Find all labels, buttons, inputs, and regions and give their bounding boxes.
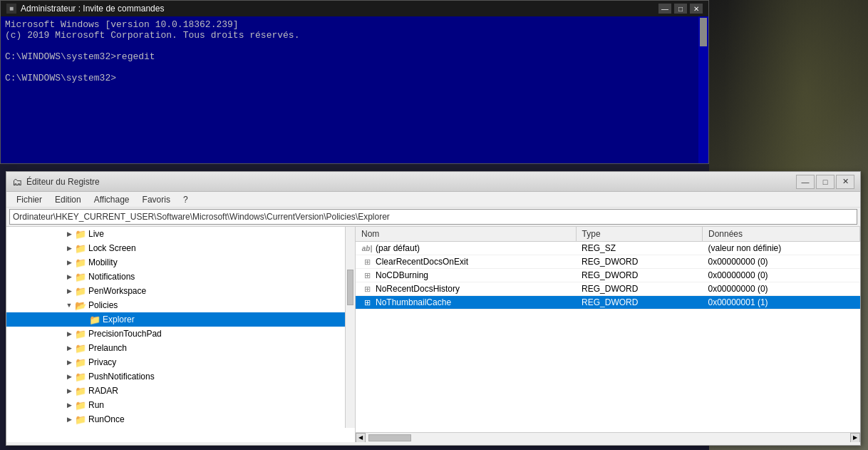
expand-icon: ▶: [63, 371, 75, 382]
tree-item-precisiontouchpad[interactable]: ▶ 📁 PrecisionTouchPad: [6, 327, 355, 341]
tree-item-pushnotifications[interactable]: ▶ 📁 PushNotifications: [6, 369, 355, 384]
details-horizontal-scrollbar[interactable]: ◀ ▶: [356, 432, 860, 442]
value-icon: ⊞: [361, 284, 373, 294]
tree-label: Explorer: [103, 315, 135, 324]
tree-item-radar[interactable]: ▶ 📁 RADAR: [6, 384, 355, 398]
registry-titlebar: 🗂 Éditeur du Registre — □ ✕: [6, 172, 860, 192]
tree-item-notifications[interactable]: ▶ 📁 Notifications: [6, 270, 355, 284]
name-cell: ⊞ NoRecentDocsHistory: [361, 284, 570, 294]
tree-scrollbar[interactable]: [345, 227, 355, 428]
registry-maximize-button[interactable]: □: [816, 175, 835, 189]
tree-label: Mobility: [88, 257, 118, 267]
cmd-scrollbar[interactable]: [698, 16, 708, 163]
scroll-right-arrow[interactable]: ▶: [850, 433, 860, 443]
expand-icon: ▶: [63, 414, 75, 425]
folder-icon: 📁: [75, 257, 86, 267]
tree-scrollbar-thumb[interactable]: [347, 270, 353, 305]
value-data: 0x00000001 (1): [703, 296, 860, 310]
cmd-controls: — □ ✕: [658, 4, 703, 14]
tree-item-screensavers[interactable]: ▶ 📁 Screensavers: [6, 426, 355, 428]
cmd-minimize-button[interactable]: —: [658, 4, 671, 14]
expand-icon: ▶: [63, 242, 75, 254]
registry-title: Éditeur du Registre: [26, 177, 100, 187]
folder-open-icon: 📂: [75, 300, 86, 310]
col-header-nom[interactable]: Nom: [356, 227, 576, 242]
value-icon: ⊞: [361, 270, 373, 280]
cmd-window: ■ Administrateur : Invite de commandes —…: [0, 0, 709, 164]
scroll-thumb[interactable]: [368, 434, 411, 441]
expand-icon: ▶: [63, 285, 75, 297]
tree-item-privacy[interactable]: ▶ 📁 Privacy: [6, 355, 355, 369]
registry-menubar: Fichier Edition Affichage Favoris ?: [6, 192, 860, 208]
menu-fichier[interactable]: Fichier: [11, 193, 48, 206]
scroll-left-arrow[interactable]: ◀: [356, 433, 366, 443]
name-cell: ⊞ ClearRecentDocsOnExit: [361, 257, 570, 267]
expand-icon: ▶: [63, 342, 75, 354]
cmd-line-1: Microsoft Windows [version 10.0.18362.23…: [5, 19, 696, 30]
tree-item-lockscreen[interactable]: ▶ 📁 Lock Screen: [6, 241, 355, 255]
value-data: 0x00000000 (0): [703, 269, 860, 282]
tree-item-runonce[interactable]: ▶ 📁 RunOnce: [6, 412, 355, 426]
registry-address-text: Ordinateur\HKEY_CURRENT_USER\Software\Mi…: [13, 212, 390, 222]
value-name: (par défaut): [376, 243, 420, 253]
name-cell: ⊞ NoThumbnailCache: [361, 297, 570, 307]
cmd-line-4: C:\WINDOWS\system32>regedit: [5, 51, 696, 62]
cmd-line-6: C:\WINDOWS\system32>: [5, 73, 696, 83]
tree-item-run[interactable]: ▶ 📁 Run: [6, 398, 355, 412]
registry-address-bar[interactable]: Ordinateur\HKEY_CURRENT_USER\Software\Mi…: [9, 209, 857, 225]
expand-icon: ▼: [63, 300, 75, 311]
tree-label: PushNotifications: [88, 372, 155, 382]
tree-label: RADAR: [88, 386, 118, 396]
value-name: NoThumbnailCache: [376, 297, 451, 307]
cmd-body: Microsoft Windows [version 10.0.18362.23…: [1, 16, 708, 163]
registry-minimize-button[interactable]: —: [796, 175, 815, 189]
cmd-titlebar: ■ Administrateur : Invite de commandes —…: [1, 1, 708, 16]
tree-item-prelaunch[interactable]: ▶ 📁 Prelaunch: [6, 341, 355, 355]
tree-item-policies[interactable]: ▼ 📂 Policies: [6, 298, 355, 312]
tree-label: PenWorkspace: [88, 286, 146, 296]
menu-edition[interactable]: Edition: [49, 193, 87, 206]
registry-editor-window: 🗂 Éditeur du Registre — □ ✕ Fichier Edit…: [6, 171, 861, 446]
table-row[interactable]: ⊞ NoRecentDocsHistory REG_DWORD 0x000000…: [356, 282, 860, 296]
table-row[interactable]: ab| (par défaut) REG_SZ (valeur non défi…: [356, 242, 860, 255]
cmd-close-button[interactable]: ✕: [690, 4, 703, 14]
value-type: REG_DWORD: [576, 296, 702, 310]
folder-icon: 📁: [75, 286, 86, 296]
col-header-donnees[interactable]: Données: [703, 227, 860, 242]
table-row-selected[interactable]: ⊞ NoThumbnailCache REG_DWORD 0x00000001 …: [356, 296, 860, 310]
value-type: REG_DWORD: [576, 255, 702, 269]
tree-item-live[interactable]: ▶ 📁 Live: [6, 227, 355, 241]
expand-icon: ▶: [63, 357, 75, 368]
cmd-maximize-button[interactable]: □: [674, 4, 687, 14]
col-header-type[interactable]: Type: [576, 227, 702, 242]
table-row[interactable]: ⊞ ClearRecentDocsOnExit REG_DWORD 0x0000…: [356, 255, 860, 269]
name-cell: ⊞ NoCDBurning: [361, 270, 570, 280]
tree-label: Privacy: [88, 357, 116, 367]
cmd-title: Administrateur : Invite de commandes: [21, 4, 164, 14]
expand-icon: [78, 314, 89, 325]
table-row[interactable]: ⊞ NoCDBurning REG_DWORD 0x00000000 (0): [356, 269, 860, 282]
value-icon: ab|: [361, 243, 373, 253]
cmd-icon: ■: [6, 4, 16, 14]
tree-item-penworkspace[interactable]: ▶ 📁 PenWorkspace: [6, 284, 355, 298]
cmd-line-5: [5, 62, 696, 73]
menu-affichage[interactable]: Affichage: [88, 193, 135, 206]
menu-favoris[interactable]: Favoris: [137, 193, 176, 206]
value-name: NoCDBurning: [376, 270, 428, 280]
folder-icon: 📁: [75, 343, 86, 353]
folder-icon: 📁: [75, 414, 86, 424]
registry-details-table: Nom Type Données ab| (par défaut) RE: [356, 227, 860, 310]
registry-close-button[interactable]: ✕: [836, 175, 854, 189]
cmd-scrollbar-thumb[interactable]: [700, 18, 707, 46]
tree-item-explorer[interactable]: 📁 Explorer: [6, 312, 355, 327]
value-type: REG_DWORD: [576, 282, 702, 296]
value-name: ClearRecentDocsOnExit: [376, 257, 468, 267]
tree-label: Prelaunch: [88, 343, 127, 353]
tree-item-mobility[interactable]: ▶ 📁 Mobility: [6, 255, 355, 270]
folder-icon: 📁: [75, 329, 86, 339]
tree-label: Notifications: [88, 272, 135, 282]
registry-content: ▶ 📁 Live ▶ 📁 Lock Screen ▶ 📁 Mobility ▶ …: [6, 226, 860, 442]
registry-icon: 🗂: [12, 176, 22, 188]
registry-tree-pane: ▶ 📁 Live ▶ 📁 Lock Screen ▶ 📁 Mobility ▶ …: [6, 227, 356, 442]
menu-help[interactable]: ?: [177, 193, 194, 206]
